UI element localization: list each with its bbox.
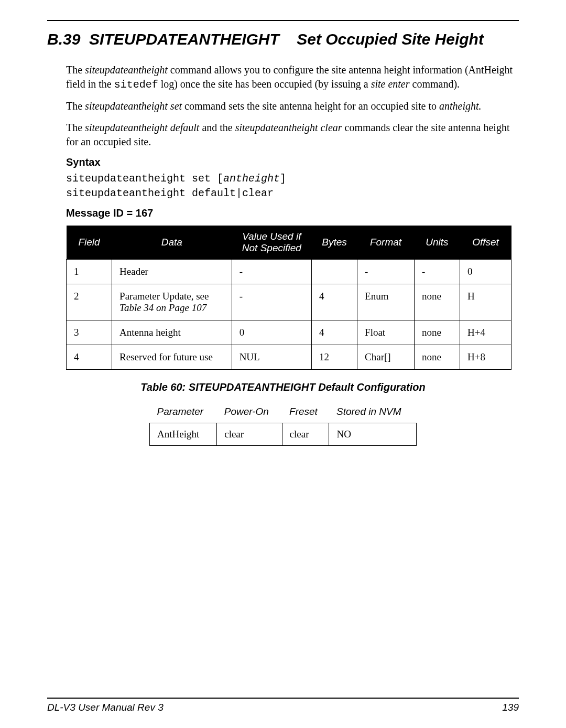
cell-offset: H+4 [460,320,511,345]
text: The [66,100,85,112]
syntax-block: siteupdateantheight set [antheight] site… [66,172,519,201]
cell-value: - [232,284,311,320]
cell-units: none [414,284,460,320]
text: siteupdateantheight [85,64,168,76]
cell-data: Parameter Update, seeTable 34 on Page 10… [112,284,232,320]
text: antheight [223,173,280,185]
cell-field: 2 [67,284,112,320]
page-footer: DL-V3 User Manual Rev 3 139 [47,702,519,713]
table2-caption: Table 60: SITEUPDATEANTHEIGHT Default Co… [47,381,519,393]
th-value: Value Used if Not Specified [232,226,311,260]
cell-format: - [357,260,415,284]
text: and the [199,122,235,133]
cell-value: 0 [232,320,311,345]
para-2: The siteupdateantheight set command sets… [66,99,519,113]
cell-freset: clear [282,423,329,446]
text: site enter [371,78,410,90]
text: siteupdateantheight set [ [66,173,223,185]
top-rule [47,20,519,21]
th-data: Data [112,226,232,260]
th-format: Format [357,226,415,260]
text: ] [280,173,286,185]
syntax-line-1: siteupdateantheight set [antheight] [66,172,519,186]
text: siteupdateantheight default [85,122,199,133]
bottom-rule [47,698,519,699]
section-heading: B.39 SITEUPDATEANTHEIGHT Set Occupied Si… [47,30,519,48]
default-config-table: Parameter Power-On Freset Stored in NVM … [149,401,417,446]
cell-poweron: clear [217,423,282,446]
cell-format: Float [357,320,415,345]
text: command sets the site antenna height for… [182,100,439,112]
th-offset: Offset [460,226,511,260]
text: antheight. [439,100,482,112]
th-freset: Freset [282,401,329,423]
cell-data: Antenna height [112,320,232,345]
text: log) once the site has been occupied (by… [158,78,371,90]
cell-param: AntHeight [150,423,217,446]
cell-bytes: 12 [312,345,357,370]
th-units: Units [414,226,460,260]
cell-nvm: NO [329,423,417,446]
cell-units: none [414,345,460,370]
text: command). [410,78,460,90]
cell-format: Enum [357,284,415,320]
cell-field: 1 [67,260,112,284]
th-bytes: Bytes [312,226,357,260]
table-row: 4Reserved for future useNUL12Char[]noneH… [67,345,511,370]
cell-value: - [232,260,311,284]
body-text: The siteupdateantheight command allows y… [66,63,519,149]
cell-format: Char[] [357,345,415,370]
cell-units: none [414,320,460,345]
cell-offset: H+8 [460,345,511,370]
footer-right: 139 [502,702,519,713]
syntax-heading: Syntax [66,156,519,168]
table-row: 3Antenna height04FloatnoneH+4 [67,320,511,345]
page: B.39 SITEUPDATEANTHEIGHT Set Occupied Si… [0,0,566,728]
table-header-row: Parameter Power-On Freset Stored in NVM [150,401,417,423]
table-header-row: Field Data Value Used if Not Specified B… [67,226,511,260]
cell-value: NUL [232,345,311,370]
cell-offset: 0 [460,260,511,284]
table-row: AntHeightclearclearNO [150,423,417,446]
cell-bytes: 4 [312,284,357,320]
cell-offset: H [460,284,511,320]
msgid-heading: Message ID = 167 [66,207,519,219]
text: siteupdateantheight set [85,100,182,112]
th-poweron: Power-On [217,401,282,423]
para-1: The siteupdateantheight command allows y… [66,63,519,92]
cell-data: Header [112,260,232,284]
text: The [66,122,85,133]
footer-left: DL-V3 User Manual Rev 3 [47,702,164,713]
cell-field: 4 [67,345,112,370]
text-mono: sitedef [114,79,158,91]
table-row: 1Header---0 [67,260,511,284]
text: siteupdateantheight clear [235,122,342,133]
message-table: Field Data Value Used if Not Specified B… [66,226,511,370]
cell-bytes: 4 [312,320,357,345]
cell-units: - [414,260,460,284]
section-command: SITEUPDATEANTHEIGHT [89,30,279,48]
section-number: B.39 [47,30,80,48]
cell-bytes [312,260,357,284]
cell-field: 3 [67,320,112,345]
cell-data: Reserved for future use [112,345,232,370]
section-desc: Set Occupied Site Height [297,30,484,48]
syntax-line-2: siteupdateantheight default|clear [66,186,519,201]
th-field: Field [67,226,112,260]
text: The [66,64,85,76]
para-3: The siteupdateantheight default and the … [66,121,519,149]
table-row: 2Parameter Update, seeTable 34 on Page 1… [67,284,511,320]
th-nvm: Stored in NVM [329,401,417,423]
th-param: Parameter [150,401,217,423]
